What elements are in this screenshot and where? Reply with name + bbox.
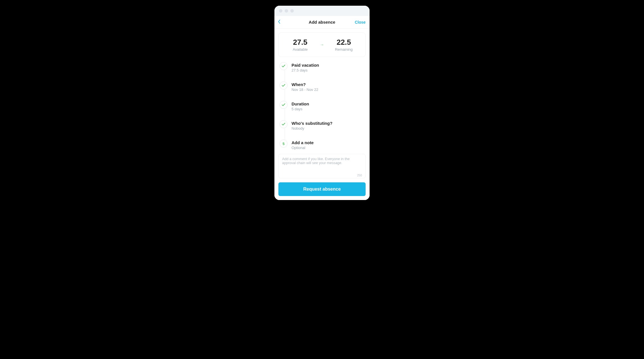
balance-card: 27.5 Available → 22.5 Remaining: [278, 32, 366, 57]
chevron-left-icon: [278, 20, 281, 25]
check-icon: [282, 122, 285, 127]
footer: Request absence: [274, 178, 370, 200]
step-absence-type[interactable]: Paid vacation 27.5 days: [280, 62, 366, 81]
balance-available: 27.5 Available: [282, 38, 319, 52]
request-absence-button[interactable]: Request absence: [278, 182, 366, 196]
header-bar: Add absence Close: [274, 16, 370, 28]
content-area: 27.5 Available → 22.5 Remaining Paid vac…: [274, 28, 370, 178]
step-status-icon: [280, 62, 288, 70]
balance-remaining-value: 22.5: [325, 38, 362, 47]
balance-available-value: 27.5: [282, 38, 319, 47]
step-substitute[interactable]: Who's substituting? Nobody: [280, 120, 366, 140]
check-icon: [282, 83, 285, 88]
step-subtitle: 27.5 days: [292, 68, 319, 72]
back-button[interactable]: [278, 16, 281, 28]
note-box: 250: [278, 154, 366, 178]
window-controls: [274, 6, 370, 16]
step-subtitle: Optional: [292, 146, 314, 150]
step-status-icon: [280, 81, 288, 89]
step-subtitle: Nov 18 - Nov 22: [292, 87, 318, 92]
window-dot-close-icon[interactable]: [279, 9, 282, 13]
screen: Add absence Close 27.5 Available → 22.5 …: [274, 16, 370, 200]
app-window: Add absence Close 27.5 Available → 22.5 …: [274, 6, 370, 200]
step-status-icon: [280, 101, 288, 109]
steps-list: Paid vacation 27.5 days When? Nov 18 - N…: [278, 62, 366, 154]
arrow-right-icon: →: [319, 42, 325, 47]
step-when[interactable]: When? Nov 18 - Nov 22: [280, 81, 366, 101]
check-icon: [282, 103, 285, 107]
step-title: When?: [292, 82, 318, 87]
check-icon: [282, 64, 285, 68]
window-dot-minimize-icon[interactable]: [285, 9, 288, 13]
step-status-icon: [280, 120, 288, 128]
char-counter: 250: [282, 173, 362, 177]
page-title: Add absence: [309, 20, 335, 25]
step-title: Paid vacation: [292, 63, 319, 68]
close-button[interactable]: Close: [355, 16, 366, 28]
balance-remaining: 22.5 Remaining: [325, 38, 362, 52]
step-title: Add a note: [292, 140, 314, 145]
balance-remaining-label: Remaining: [325, 47, 362, 52]
step-title: Duration: [292, 101, 309, 106]
step-number-icon: 5: [280, 140, 288, 148]
step-subtitle: 5 days: [292, 107, 309, 111]
window-dot-zoom-icon[interactable]: [290, 9, 294, 13]
step-subtitle: Nobody: [292, 126, 333, 130]
step-duration[interactable]: Duration 5 days: [280, 101, 366, 120]
step-title: Who's substituting?: [292, 121, 333, 126]
note-input[interactable]: [282, 157, 362, 173]
step-note[interactable]: 5 Add a note Optional: [280, 140, 366, 154]
balance-available-label: Available: [282, 47, 319, 52]
